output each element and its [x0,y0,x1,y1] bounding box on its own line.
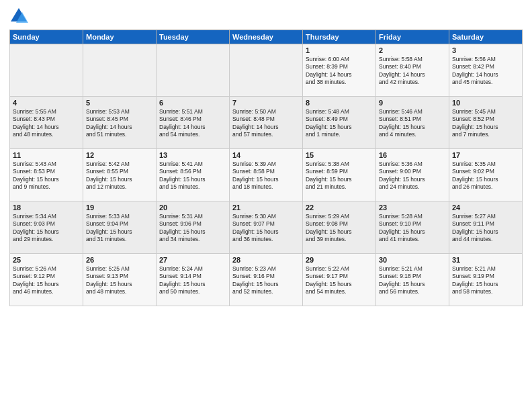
day-info: Sunrise: 5:48 AM Sunset: 8:49 PM Dayligh… [306,108,373,139]
header-tuesday: Tuesday [157,30,230,44]
day-number: 11 [13,151,80,159]
day-number: 2 [379,46,446,54]
day-info: Sunrise: 5:41 AM Sunset: 8:56 PM Dayligh… [159,161,226,191]
day-info: Sunrise: 5:46 AM Sunset: 8:51 PM Dayligh… [379,108,446,139]
day-cell: 17Sunrise: 5:35 AM Sunset: 9:02 PM Dayli… [449,149,523,201]
week-row-4: 18Sunrise: 5:34 AM Sunset: 9:03 PM Dayli… [10,201,523,254]
header-sunday: Sunday [10,30,83,44]
day-info: Sunrise: 5:35 AM Sunset: 9:02 PM Dayligh… [452,161,519,191]
day-number: 21 [232,203,300,212]
day-cell: 27Sunrise: 5:24 AM Sunset: 9:14 PM Dayli… [157,254,230,306]
day-number: 28 [232,256,300,264]
day-number: 13 [159,151,226,159]
day-cell: 4Sunrise: 5:55 AM Sunset: 8:43 PM Daylig… [10,97,83,149]
day-info: Sunrise: 5:21 AM Sunset: 9:19 PM Dayligh… [452,265,519,296]
header-row: SundayMondayTuesdayWednesdayThursdayFrid… [10,30,523,44]
day-number: 4 [13,99,80,107]
day-number: 23 [379,203,446,212]
day-cell: 23Sunrise: 5:28 AM Sunset: 9:10 PM Dayli… [376,201,449,254]
day-info: Sunrise: 5:39 AM Sunset: 8:58 PM Dayligh… [232,161,300,191]
week-row-5: 25Sunrise: 5:26 AM Sunset: 9:12 PM Dayli… [10,254,523,306]
day-number: 16 [379,151,446,159]
header-monday: Monday [83,30,157,44]
day-info: Sunrise: 5:55 AM Sunset: 8:43 PM Dayligh… [13,108,80,139]
day-info: Sunrise: 5:45 AM Sunset: 8:52 PM Dayligh… [452,108,519,139]
day-cell: 19Sunrise: 5:33 AM Sunset: 9:04 PM Dayli… [83,201,157,254]
day-number: 24 [452,203,519,212]
header-thursday: Thursday [303,30,376,44]
day-cell: 3Sunrise: 5:56 AM Sunset: 8:42 PM Daylig… [449,44,523,97]
day-cell [157,44,230,97]
day-cell: 21Sunrise: 5:30 AM Sunset: 9:07 PM Dayli… [230,201,303,254]
day-cell: 24Sunrise: 5:27 AM Sunset: 9:11 PM Dayli… [449,201,523,254]
day-number: 17 [452,151,519,159]
day-info: Sunrise: 5:22 AM Sunset: 9:17 PM Dayligh… [306,265,373,296]
day-number: 25 [13,256,80,264]
day-cell: 8Sunrise: 5:48 AM Sunset: 8:49 PM Daylig… [303,97,376,149]
calendar-table: SundayMondayTuesdayWednesdayThursdayFrid… [9,30,523,306]
day-cell: 31Sunrise: 5:21 AM Sunset: 9:19 PM Dayli… [449,254,523,306]
calendar-container: SundayMondayTuesdayWednesdayThursdayFrid… [0,0,532,411]
day-number: 10 [452,99,519,107]
day-info: Sunrise: 5:33 AM Sunset: 9:04 PM Dayligh… [86,213,153,244]
day-info: Sunrise: 5:30 AM Sunset: 9:07 PM Dayligh… [232,213,300,244]
day-info: Sunrise: 5:51 AM Sunset: 8:46 PM Dayligh… [159,108,226,139]
day-cell: 15Sunrise: 5:38 AM Sunset: 8:59 PM Dayli… [303,149,376,201]
day-number: 27 [159,256,226,264]
day-info: Sunrise: 5:56 AM Sunset: 8:42 PM Dayligh… [452,56,519,87]
day-number: 30 [379,256,446,264]
day-number: 8 [306,99,373,107]
header [9,7,523,26]
day-info: Sunrise: 5:27 AM Sunset: 9:11 PM Dayligh… [452,213,519,244]
day-number: 15 [306,151,373,159]
week-row-1: 1Sunrise: 6:00 AM Sunset: 8:39 PM Daylig… [10,44,523,97]
day-info: Sunrise: 5:31 AM Sunset: 9:06 PM Dayligh… [159,213,226,244]
day-number: 18 [13,203,80,212]
day-info: Sunrise: 5:21 AM Sunset: 9:18 PM Dayligh… [379,265,446,296]
day-info: Sunrise: 5:50 AM Sunset: 8:48 PM Dayligh… [232,108,300,139]
day-number: 14 [232,151,300,159]
day-cell: 11Sunrise: 5:43 AM Sunset: 8:53 PM Dayli… [10,149,83,201]
day-cell: 14Sunrise: 5:39 AM Sunset: 8:58 PM Dayli… [230,149,303,201]
day-cell: 22Sunrise: 5:29 AM Sunset: 9:08 PM Dayli… [303,201,376,254]
day-cell: 2Sunrise: 5:58 AM Sunset: 8:40 PM Daylig… [376,44,449,97]
day-number: 26 [86,256,153,264]
week-row-2: 4Sunrise: 5:55 AM Sunset: 8:43 PM Daylig… [10,97,523,149]
day-info: Sunrise: 5:26 AM Sunset: 9:12 PM Dayligh… [13,265,80,296]
day-cell: 20Sunrise: 5:31 AM Sunset: 9:06 PM Dayli… [157,201,230,254]
day-info: Sunrise: 5:34 AM Sunset: 9:03 PM Dayligh… [13,213,80,244]
day-number: 3 [452,46,519,54]
header-wednesday: Wednesday [230,30,303,44]
day-info: Sunrise: 5:36 AM Sunset: 9:00 PM Dayligh… [379,161,446,191]
day-cell [230,44,303,97]
header-friday: Friday [376,30,449,44]
day-number: 20 [159,203,226,212]
day-number: 1 [306,46,373,54]
day-info: Sunrise: 5:42 AM Sunset: 8:55 PM Dayligh… [86,161,153,191]
day-cell: 28Sunrise: 5:23 AM Sunset: 9:16 PM Dayli… [230,254,303,306]
day-cell: 9Sunrise: 5:46 AM Sunset: 8:51 PM Daylig… [376,97,449,149]
day-cell: 12Sunrise: 5:42 AM Sunset: 8:55 PM Dayli… [83,149,157,201]
day-info: Sunrise: 5:25 AM Sunset: 9:13 PM Dayligh… [86,265,153,296]
logo-icon [9,7,28,26]
day-number: 22 [306,203,373,212]
day-cell: 25Sunrise: 5:26 AM Sunset: 9:12 PM Dayli… [10,254,83,306]
day-cell: 29Sunrise: 5:22 AM Sunset: 9:17 PM Dayli… [303,254,376,306]
day-cell [10,44,83,97]
day-cell: 26Sunrise: 5:25 AM Sunset: 9:13 PM Dayli… [83,254,157,306]
day-info: Sunrise: 5:53 AM Sunset: 8:45 PM Dayligh… [86,108,153,139]
day-cell: 18Sunrise: 5:34 AM Sunset: 9:03 PM Dayli… [10,201,83,254]
day-number: 29 [306,256,373,264]
day-info: Sunrise: 5:28 AM Sunset: 9:10 PM Dayligh… [379,213,446,244]
day-cell: 16Sunrise: 5:36 AM Sunset: 9:00 PM Dayli… [376,149,449,201]
day-number: 6 [159,99,226,107]
day-cell: 5Sunrise: 5:53 AM Sunset: 8:45 PM Daylig… [83,97,157,149]
day-number: 19 [86,203,153,212]
day-cell: 30Sunrise: 5:21 AM Sunset: 9:18 PM Dayli… [376,254,449,306]
day-cell: 7Sunrise: 5:50 AM Sunset: 8:48 PM Daylig… [230,97,303,149]
day-info: Sunrise: 5:38 AM Sunset: 8:59 PM Dayligh… [306,161,373,191]
day-cell: 1Sunrise: 6:00 AM Sunset: 8:39 PM Daylig… [303,44,376,97]
day-info: Sunrise: 6:00 AM Sunset: 8:39 PM Dayligh… [306,56,373,87]
day-number: 12 [86,151,153,159]
day-cell: 13Sunrise: 5:41 AM Sunset: 8:56 PM Dayli… [157,149,230,201]
